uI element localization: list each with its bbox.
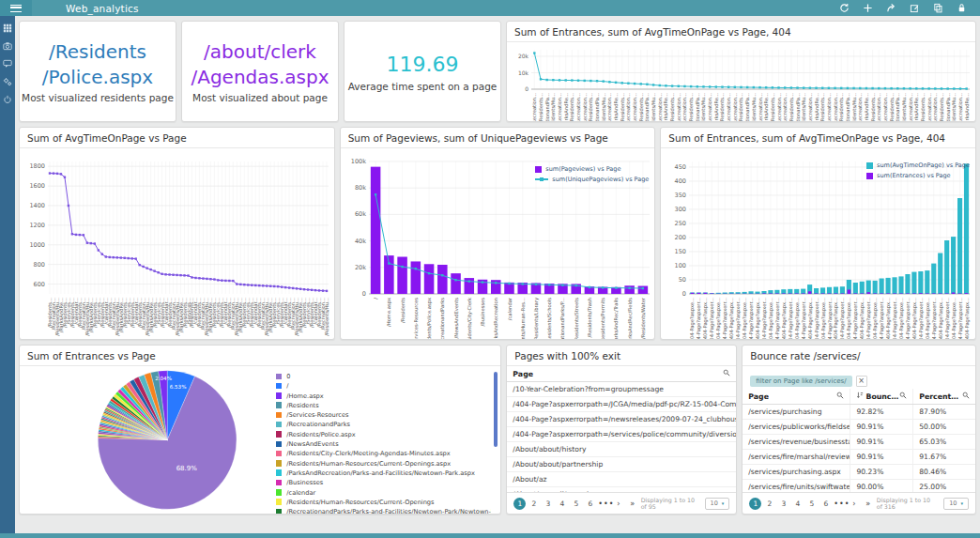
svg-text:/Recreation...: /Recreation...	[632, 93, 637, 121]
filter-close-icon[interactable]: ×	[856, 376, 867, 387]
pie-legend-item[interactable]: /Residents	[276, 402, 492, 410]
snapshot-camera-icon[interactable]	[3, 41, 12, 51]
page-button-6[interactable]: 6	[584, 498, 596, 510]
pie-legend-item[interactable]: /Residents/Police.aspx	[276, 431, 492, 439]
svg-text:/Recreation...: /Recreation...	[606, 93, 612, 121]
topbar-actions	[839, 3, 980, 13]
legend-item[interactable]: sum(UniquePageviews) vs Page	[535, 176, 649, 183]
panel-title: Bounce rate /services/	[743, 346, 975, 366]
svg-text:/Recreation...: /Recreation...	[826, 93, 832, 121]
pie-legend-item[interactable]: /Residents/Human-Resources/Current-Openi…	[276, 460, 492, 469]
table-row[interactable]: /About/az	[507, 472, 736, 487]
svg-text:/Residents...: /Residents...	[620, 93, 625, 121]
svg-text:/Recreation...: /Recreation...	[908, 93, 913, 121]
svg-text:/404-Page?aspxe...: /404-Page?aspxe...	[873, 298, 880, 339]
svg-text:1800: 1800	[29, 162, 45, 170]
last-page-button[interactable]: »	[627, 498, 639, 510]
power-icon[interactable]	[3, 95, 12, 104]
table-row[interactable]: /services/fire/marshal/reviews/sprin...9…	[743, 450, 975, 465]
kpi-residents-page: /Residents /Police.aspx Most visualized …	[19, 21, 176, 122]
svg-text:/RecreationandParks/P...: /RecreationandParks/P...	[559, 298, 565, 339]
pie-legend-item[interactable]: /	[276, 382, 492, 391]
search-icon[interactable]	[836, 392, 844, 401]
pie-legend-item[interactable]: /Businesses	[276, 479, 492, 487]
lock-icon[interactable]	[957, 3, 967, 13]
svg-text:/RecreationandPa...: /RecreationandPa...	[544, 93, 550, 121]
table-row[interactable]: /About/about/partnership	[507, 457, 736, 472]
pie-legend-item[interactable]: /RecreationandParks	[276, 421, 492, 429]
table-row[interactable]: /services/fire/units/swiftwater.aspx90.0…	[743, 480, 975, 492]
page-button-3[interactable]: 3	[542, 498, 554, 510]
svg-text:10k: 10k	[518, 69, 529, 76]
menu-toggle-button[interactable]	[0, 0, 32, 16]
pie-legend-item[interactable]: /Residents/City-Clerk/Meeting-Agendas-Mi…	[276, 450, 492, 458]
ellipsis-button[interactable]: •••	[598, 498, 610, 510]
page-button-2[interactable]: 2	[763, 498, 775, 510]
svg-text:/Recreation...: /Recreation...	[732, 93, 738, 121]
svg-text:/Residents...: /Residents...	[920, 93, 926, 121]
table-row[interactable]: /services/publicworks/fieldservices90.91…	[743, 420, 975, 435]
pie-legend-item[interactable]: /Services-Resources	[276, 411, 492, 420]
legend-label: /calendar	[286, 489, 315, 498]
page-button-6[interactable]: 6	[819, 498, 832, 510]
next-page-button[interactable]: ›	[613, 498, 625, 510]
table-row[interactable]: /services/purchasing92.82%87.90%	[743, 405, 975, 420]
page-button-1[interactable]: 1	[749, 498, 761, 510]
svg-text:150: 150	[675, 248, 686, 255]
legend-swatch	[535, 178, 548, 180]
page-button-2[interactable]: 2	[528, 498, 540, 510]
legend-item[interactable]: sum(Pageviews) vs Page	[535, 165, 649, 173]
page-button-4[interactable]: 4	[791, 498, 804, 510]
share-icon[interactable]	[886, 3, 896, 13]
page-button-1[interactable]: 1	[513, 498, 526, 510]
dashboards-grid-icon[interactable]	[3, 23, 12, 33]
svg-text:/ParksAndRe...: /ParksAndRe...	[913, 93, 919, 121]
pie-legend-item[interactable]: /ParksAndRecreation/Parks-and-Facilities…	[276, 469, 492, 478]
panel-title: Sum of AvgTimeOnPage vs Page	[20, 128, 334, 148]
pie-legend-item[interactable]: /Residents/Human-Resources/Current-Openi…	[276, 499, 492, 507]
svg-text:/ParksAndRec/Fields: /ParksAndRec/Fields	[626, 298, 632, 339]
sort-desc-icon[interactable]	[856, 392, 864, 401]
legend-scrollbar[interactable]	[494, 372, 498, 447]
filter-chip[interactable]: filter on Page like /services/	[750, 376, 851, 387]
last-page-button[interactable]: »	[863, 498, 875, 510]
edit-icon[interactable]	[910, 3, 920, 13]
table-row[interactable]: /404-Page?aspxerrorpath=/JCGA/media/pdf-…	[507, 397, 736, 412]
settings-gears-icon[interactable]	[3, 77, 12, 86]
svg-text:/Residents/Police.aspx: /Residents/Police.aspx	[426, 298, 433, 339]
legend-item[interactable]: sum(Entrances) vs Page	[866, 172, 970, 179]
page-button-5[interactable]: 5	[570, 498, 582, 510]
pie-legend-item[interactable]: 0	[276, 373, 492, 381]
table-row[interactable]: /services/revenue/businesstax.asp90.91%6…	[743, 435, 975, 450]
svg-text:80k: 80k	[355, 184, 366, 192]
table-row[interactable]: /services/purchasing.aspx90.23%80.46%	[743, 465, 975, 480]
page-button-4[interactable]: 4	[556, 498, 568, 510]
page-size-select[interactable]: 10▾	[705, 498, 730, 510]
search-icon[interactable]	[723, 369, 730, 378]
pie-legend-item[interactable]: /Home.aspx	[276, 392, 492, 401]
copy-icon[interactable]	[933, 3, 943, 13]
pie-legend-item[interactable]: /calendar	[276, 489, 492, 498]
page-button-5[interactable]: 5	[805, 498, 818, 510]
refresh-icon[interactable]	[839, 3, 850, 13]
comments-chat-icon[interactable]	[3, 59, 12, 69]
svg-text:/404-Page?aspxerr...: /404-Page?aspxerr...	[827, 298, 834, 339]
ellipsis-button[interactable]: •••	[834, 498, 846, 510]
pie-legend-item[interactable]: /NewsAndEvents	[276, 440, 492, 449]
table-row[interactable]: /10-Year-Celebration?from=groupmessage	[507, 382, 736, 397]
table-row[interactable]: /404-Page?aspxerrorpath=/newsreleases/20…	[507, 412, 736, 427]
table-row[interactable]: /404-Page?aspxerrorpath=/services/police…	[507, 427, 736, 442]
entrances-pie-chart: 6.53%68.9%2.04%	[20, 366, 274, 514]
svg-text:/ParksAndRe...: /ParksAndRe...	[563, 93, 569, 121]
add-icon[interactable]	[863, 3, 873, 13]
search-icon[interactable]	[899, 392, 907, 401]
page-button-3[interactable]: 3	[777, 498, 789, 510]
search-icon[interactable]	[962, 392, 970, 401]
next-page-button[interactable]: ›	[849, 498, 861, 510]
pie-legend-item[interactable]: /RecreationandParks/Parks-and-Facilities…	[276, 508, 492, 514]
legend-item[interactable]: sum(AvgTimeOnPage) vs Page	[866, 161, 970, 169]
page-size-select[interactable]: 10▾	[943, 498, 969, 510]
table-row[interactable]: /About/about/history	[507, 442, 736, 457]
svg-text:/404-Page?aspxerr...: /404-Page?aspxerr...	[931, 298, 938, 339]
panel-title: Pages with 100% exit	[507, 346, 736, 366]
